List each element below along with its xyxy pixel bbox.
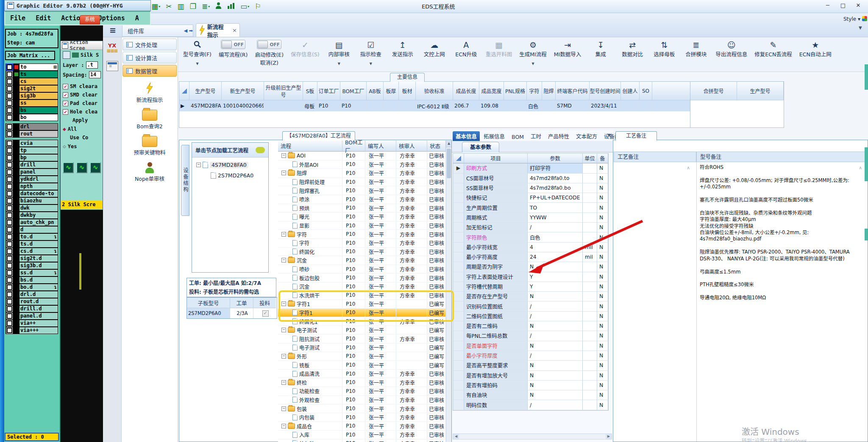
tree-expander-icon[interactable]: − xyxy=(281,301,286,306)
yx-factory-icon[interactable]: YX▦▦▦ xyxy=(106,43,119,53)
param-row[interactable]: 加无铅标记/N xyxy=(453,223,608,232)
toolbar-数据对比[interactable]: ⇄数据对比 xyxy=(620,40,645,58)
layer-row[interactable]: sig3b xyxy=(6,92,58,99)
layer-checkbox[interactable] xyxy=(6,140,14,147)
layer-checkbox[interactable] xyxy=(6,312,14,320)
layer-name[interactable]: rout xyxy=(19,130,58,138)
radio-all-label[interactable]: All xyxy=(68,126,77,132)
layer-row[interactable]: drl xyxy=(6,123,58,130)
main-col-header[interactable]: PNL规格 xyxy=(504,82,527,100)
run-action-icon[interactable]: ∿ xyxy=(76,162,87,173)
layer-name[interactable]: npth xyxy=(19,183,58,190)
param-col-header[interactable]: 单位 xyxy=(583,154,597,163)
flow-row[interactable]: −成品仓P10张一平方幸幸已审核 xyxy=(278,422,446,431)
layer-row[interactable]: ydkdrl xyxy=(6,176,58,183)
toggle-knob[interactable] xyxy=(258,41,268,48)
main-col-header[interactable]: 新生产型号 xyxy=(222,82,264,100)
select-all-triangle-icon[interactable] xyxy=(182,88,187,94)
layer-checkbox[interactable] xyxy=(6,262,14,269)
layer-name[interactable]: cvia xyxy=(19,140,58,147)
param-row[interactable]: 每PNL二维码总数/N xyxy=(453,331,608,341)
toolbar-选择母板[interactable]: ⇅选择母板 xyxy=(652,40,676,58)
layer-name[interactable]: to.d↴ xyxy=(19,233,58,240)
style-label[interactable]: Style ▾ xyxy=(843,16,860,22)
param-row[interactable]: 字符槽代替周期YN xyxy=(453,282,608,292)
main-col-header[interactable]: 生产型号 xyxy=(189,82,222,100)
toggle-switch[interactable]: OFF xyxy=(221,40,245,49)
layer-checkbox[interactable] xyxy=(6,305,14,312)
layer-row[interactable]: rout xyxy=(6,130,58,138)
layer-row[interactable]: panel.d xyxy=(6,312,58,320)
layer-checkbox[interactable] xyxy=(6,284,14,291)
main-col-header[interactable]: 板材 xyxy=(399,82,416,100)
param-row[interactable]: SS面菲林号4s7md28fa0.boN xyxy=(453,183,608,193)
layer-checkbox[interactable] xyxy=(6,219,14,226)
toolbar-型号查询(F)[interactable]: 型号查询(F)▼ xyxy=(183,40,211,66)
layer-checkbox[interactable] xyxy=(6,204,14,212)
layer-name[interactable]: biaozhu xyxy=(19,197,58,204)
flow-col-编写人[interactable]: 编写人 xyxy=(365,141,396,152)
layer-row[interactable]: cs.d↴ xyxy=(6,248,58,255)
layer-name[interactable]: tp xyxy=(19,147,58,154)
flow-row[interactable]: 内包装P10张一平方幸幸已审核 xyxy=(278,413,446,422)
tab-main-info[interactable]: 主要信息 xyxy=(390,73,425,82)
close-button[interactable]: ✕ xyxy=(851,0,866,11)
dropdown-arrow-icon[interactable]: ▼ xyxy=(370,62,372,66)
main-col-header[interactable] xyxy=(652,82,690,100)
run-action-icon[interactable]: ∿ xyxy=(63,162,74,173)
layer-name[interactable]: drill.d xyxy=(19,305,58,312)
param-row[interactable]: 生产周期位置TON xyxy=(453,203,608,213)
layer-row[interactable]: biaozhu xyxy=(6,197,58,204)
scroll-up-icon[interactable]: ▲ xyxy=(446,141,451,147)
list-icon[interactable]: ≣▾ xyxy=(202,2,210,11)
flow-row[interactable]: 水洗烘干P10张一平方幸幸已审核 xyxy=(278,291,446,300)
ribbon-overflow-icon[interactable]: ▼ xyxy=(859,25,862,30)
flow-row[interactable]: 阻抗测试P10张一平方幸幸已审核 xyxy=(278,334,446,343)
layer-checkbox[interactable] xyxy=(6,64,14,71)
main-col-header[interactable]: 板厚 xyxy=(384,82,399,100)
sub-table-row[interactable]: 2S7MD2P6A0 2/3A ✓ xyxy=(187,308,277,318)
radio-yes-icon[interactable]: ◇ xyxy=(63,143,66,149)
main-col-header[interactable]: 升级前旧生产型号 xyxy=(264,82,303,100)
tab-close-icon[interactable]: × xyxy=(232,27,237,33)
layer-checkbox[interactable] xyxy=(6,183,14,190)
layer-name[interactable]: sig3b.d xyxy=(19,262,58,269)
layer-checkbox[interactable] xyxy=(6,71,14,78)
merge-col-header[interactable]: 生产型号 xyxy=(737,82,784,100)
param-row[interactable]: 有自油块NN xyxy=(453,390,608,400)
param-row[interactable]: 最小字符线宽4milN xyxy=(453,243,608,252)
toolbar-修复ECN丢流程[interactable]: ✎修复ECN丢流程 xyxy=(754,40,792,58)
main-col-header[interactable]: 阻焊 xyxy=(542,82,556,100)
tab-new-flow-instruction[interactable]: 新流程指示 × xyxy=(196,23,240,37)
flow-row[interactable]: 预烘P10张一平方幸幸已审核 xyxy=(278,204,446,213)
layer-checkbox[interactable] xyxy=(6,240,14,248)
layer-checkbox[interactable] xyxy=(6,190,14,197)
layer-checkbox[interactable] xyxy=(6,161,14,169)
layer-row[interactable]: bs xyxy=(6,107,58,114)
layer-row[interactable]: rout.d xyxy=(6,298,58,305)
tree-expander-icon[interactable]: − xyxy=(281,232,286,237)
layer-row[interactable]: drl.d xyxy=(6,291,58,298)
flow-row[interactable]: 字符P10张一平方幸幸已审核 xyxy=(278,239,446,248)
sidebar-button-文件处理[interactable]: 文件处理 xyxy=(122,39,177,50)
layer-name[interactable]: ss xyxy=(19,99,58,107)
param-row[interactable]: 是否存在生产型号NN xyxy=(453,292,608,301)
layer-checkbox[interactable] xyxy=(6,107,14,114)
toolbar-导出流程信息[interactable]: ☺导出流程信息 xyxy=(715,40,747,58)
param-row[interactable]: 是否有增加放大号NN xyxy=(453,371,608,381)
flow-col-状态[interactable]: 状态 xyxy=(427,141,446,152)
layer-name[interactable]: via+++ xyxy=(19,327,58,334)
layer-name[interactable]: drill xyxy=(19,161,58,169)
flow-scrollbar[interactable]: ▲ xyxy=(446,141,451,442)
run-action-icon[interactable]: ∿ xyxy=(90,162,101,173)
layer-row[interactable]: bo xyxy=(6,114,58,121)
flow-row[interactable]: 功能检查P10张一平方幸幸已审核 xyxy=(278,387,446,396)
tree-expander-icon[interactable]: − xyxy=(281,171,286,175)
main-col-header[interactable]: 创建人 xyxy=(621,82,640,100)
flow-row[interactable]: 外包装P10张一平方幸幸已审核 xyxy=(278,439,446,442)
system-tab[interactable]: 系统 xyxy=(80,15,100,25)
clearance-check-row[interactable]: ✔Hole clea xyxy=(61,108,103,116)
sidebar-item-Nope单审核[interactable]: Nope单审核 xyxy=(122,162,178,182)
dropdown-arrow-icon[interactable]: ▾ xyxy=(208,5,210,8)
flow-row[interactable]: 板边包胶P10张一平方幸幸已审核 xyxy=(278,273,446,282)
